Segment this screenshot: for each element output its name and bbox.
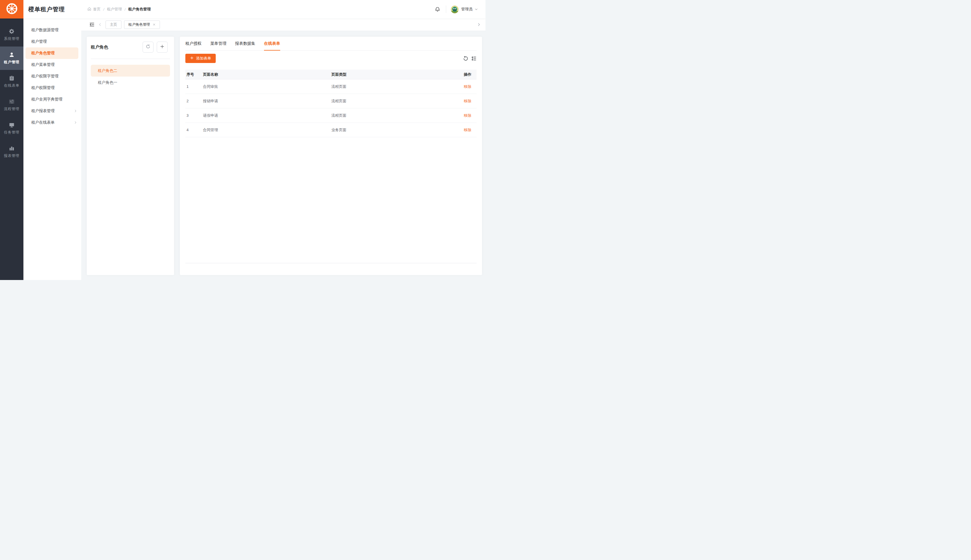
tab-report-dataset[interactable]: 报表数据集 <box>235 37 255 50</box>
breadcrumb-level1[interactable]: 租户管理 <box>107 7 122 12</box>
rail-item-report[interactable]: 报表管理 <box>0 140 23 163</box>
breadcrumb: 首页 / 租户管理 / 租户角色管理 <box>87 7 150 12</box>
page-type: 流程页面 <box>331 84 451 89</box>
app-root: 橙单租户管理 首页 / 租户管理 / 租户角色管理 <box>0 0 486 280</box>
workspace: 主页 租户角色管理 租户角色 <box>81 18 486 280</box>
tab-tenant-auth[interactable]: 租户授权 <box>186 37 202 50</box>
form-toolbar: 添加表单 <box>186 54 476 63</box>
chevron-right-icon <box>74 109 77 113</box>
refresh-icon <box>146 44 150 50</box>
table-row: 1 合同审批 流程页面 移除 <box>186 80 476 94</box>
table-row: 4 合同管理 业务页面 移除 <box>186 123 476 137</box>
submenu-item-datasource[interactable]: 租户数据源管理 <box>23 24 81 36</box>
tabs-scroll-right-icon[interactable] <box>477 23 481 27</box>
col-header-index: 序号 <box>186 72 203 77</box>
remove-link[interactable]: 移除 <box>464 113 471 118</box>
user-name[interactable]: 管理员 <box>461 7 473 12</box>
header-actions: 管理员 <box>434 5 486 13</box>
submenu-item-tenant-role[interactable]: 租户角色管理 <box>25 47 79 59</box>
rail-item-system[interactable]: 系统管理 <box>0 23 23 47</box>
page-type: 流程页面 <box>331 98 451 104</box>
app-logo[interactable] <box>0 0 23 18</box>
page-title: 橙单租户管理 <box>28 5 65 13</box>
remove-link[interactable]: 移除 <box>464 84 471 89</box>
col-header-name: 页面名称 <box>203 72 331 77</box>
role-panel: 租户角色 <box>87 37 174 275</box>
col-header-action: 操作 <box>451 72 476 77</box>
col-header-type: 页面类型 <box>331 72 451 77</box>
rail-item-tenant[interactable]: 租户管理 <box>0 47 23 70</box>
submenu-item-global-dict[interactable]: 租户全局字典管理 <box>23 93 81 105</box>
main-content: 租户角色 <box>81 31 486 280</box>
user-icon <box>9 52 15 58</box>
submenu-panel: 租户数据源管理 租户管理 租户角色管理 租户菜单管理 租户权限字管理 租户权限管… <box>23 18 81 280</box>
tab-online-form[interactable]: 在线表单 <box>264 37 280 50</box>
rail-item-online-form[interactable]: 在线表单 <box>0 70 23 93</box>
remove-link[interactable]: 移除 <box>464 128 471 132</box>
row-height-settings-icon[interactable] <box>471 56 476 61</box>
breadcrumb-home-label[interactable]: 首页 <box>93 7 100 12</box>
plus-icon <box>190 56 194 61</box>
chevron-down-icon[interactable] <box>475 8 478 11</box>
menu-fold-icon[interactable] <box>89 22 95 27</box>
page-name: 报销申请 <box>203 98 331 104</box>
tab-menu-management[interactable]: 菜单管理 <box>210 37 226 50</box>
submenu-item-tenant-online-form[interactable]: 租户在线表单 <box>23 117 81 128</box>
submenu-item-permission-word[interactable]: 租户权限字管理 <box>23 70 81 82</box>
refresh-left-icon[interactable] <box>463 56 468 61</box>
breadcrumb-current: 租户角色管理 <box>128 7 150 12</box>
role-detail-panel: 租户授权 菜单管理 报表数据集 在线表单 添加表单 <box>180 37 482 275</box>
sliders-icon <box>9 98 15 105</box>
breadcrumb-separator: / <box>125 7 126 12</box>
orange-wheel-icon <box>6 3 18 16</box>
rail-item-workflow[interactable]: 流程管理 <box>0 93 23 117</box>
chevron-right-icon <box>74 121 77 124</box>
table-row: 3 请假申请 流程页面 移除 <box>186 108 476 123</box>
submenu-item-tenant[interactable]: 租户管理 <box>23 36 81 47</box>
page-type: 业务页面 <box>331 127 451 133</box>
page-type: 流程页面 <box>331 113 451 118</box>
role-panel-header: 租户角色 <box>87 37 174 57</box>
rail-item-task[interactable]: 任务管理 <box>0 117 23 140</box>
notification-bell-icon[interactable] <box>434 5 441 13</box>
table-tools <box>463 56 476 61</box>
refresh-roles-button[interactable] <box>142 42 154 53</box>
icon-rail: 系统管理 租户管理 在线表单 <box>0 18 23 280</box>
add-role-button[interactable] <box>157 42 168 53</box>
bar-chart-icon <box>9 145 15 152</box>
forms-table: 序号 页面名称 页面类型 操作 1 合同审批 流程页面 移除 2 报销申请 <box>186 70 476 263</box>
gear-icon <box>9 28 15 34</box>
table-row: 2 报销申请 流程页面 移除 <box>186 94 476 108</box>
page-name: 请假申请 <box>203 113 331 118</box>
add-form-button[interactable]: 添加表单 <box>186 54 216 63</box>
submenu-item-tenant-menu[interactable]: 租户菜单管理 <box>23 59 81 70</box>
close-icon[interactable] <box>153 23 155 26</box>
role-list-item[interactable]: 租户角色二 <box>91 65 170 77</box>
page-name: 合同审批 <box>203 84 331 89</box>
breadcrumb-home[interactable]: 首页 <box>87 7 100 12</box>
role-panel-title: 租户角色 <box>91 45 139 50</box>
page-name: 合同管理 <box>203 127 331 133</box>
table-empty-area <box>186 137 476 263</box>
submenu-item-permission[interactable]: 租户权限管理 <box>23 82 81 93</box>
page-tabbar: 主页 租户角色管理 <box>81 18 486 31</box>
table-header-row: 序号 页面名称 页面类型 操作 <box>186 70 476 80</box>
tabs-scroll-left-icon[interactable] <box>98 23 102 27</box>
clipboard-icon <box>9 75 15 81</box>
submenu-item-tenant-report[interactable]: 租户报表管理 <box>23 105 81 117</box>
page-tab-home[interactable]: 主页 <box>105 20 122 29</box>
home-icon <box>87 7 91 12</box>
role-list: 租户角色二 租户角色一 <box>87 59 174 94</box>
breadcrumb-separator: / <box>103 7 104 12</box>
plus-icon <box>160 44 165 50</box>
page-tab-tenant-role[interactable]: 租户角色管理 <box>124 20 160 29</box>
detail-tabs: 租户授权 菜单管理 报表数据集 在线表单 <box>186 37 476 50</box>
user-avatar[interactable] <box>451 5 459 13</box>
role-list-item[interactable]: 租户角色一 <box>91 77 170 88</box>
remove-link[interactable]: 移除 <box>464 99 471 103</box>
top-header: 橙单租户管理 首页 / 租户管理 / 租户角色管理 <box>0 0 486 18</box>
monitor-icon <box>9 122 15 128</box>
